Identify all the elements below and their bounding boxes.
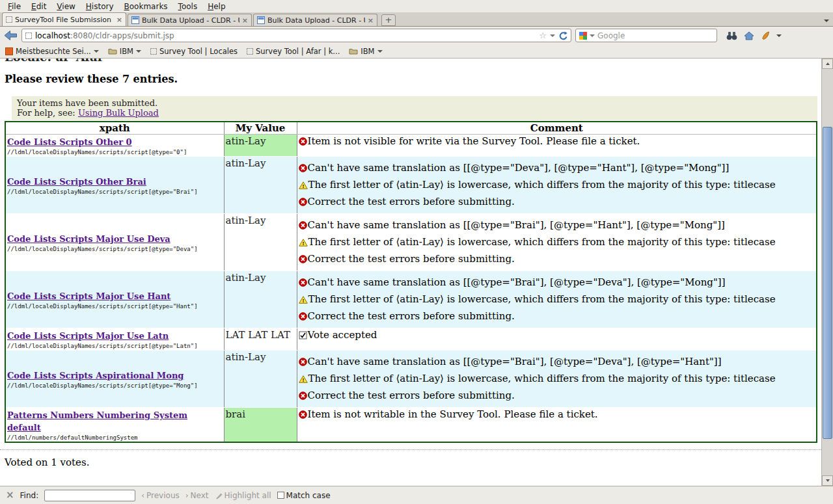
comment-line: !The first letter of ⟨atin-Lay⟩ is lower… — [299, 179, 817, 191]
star-dropdown-icon[interactable] — [550, 34, 555, 37]
google-logo-icon — [579, 32, 587, 40]
page-favicon-icon — [131, 16, 139, 24]
column-header: My Value — [224, 122, 297, 135]
tab-title: SurveyTool File Submission | ... — [15, 16, 114, 24]
browser-chrome: FileEditViewHistoryBookmarksToolsHelp Su… — [0, 0, 833, 59]
menu-help[interactable]: Help — [202, 1, 230, 12]
tab-close-icon[interactable]: × — [116, 16, 122, 23]
find-label: Find: — [20, 491, 39, 500]
toolbar-overflow-icon[interactable] — [776, 34, 782, 37]
error-icon — [299, 410, 307, 419]
match-case-toggle[interactable]: Match case — [277, 491, 331, 500]
xpath-path: //ldml/localeDisplayNames/scripts/script… — [7, 343, 223, 349]
tab[interactable]: Bulk Data Upload - CLDR - Un...× — [128, 14, 252, 26]
bookmark-label: Survey Tool | Locales — [159, 47, 238, 56]
reload-icon[interactable] — [558, 31, 567, 40]
find-previous-button[interactable]: ‹Previous — [141, 491, 180, 500]
tab[interactable]: SurveyTool File Submission | ...× — [2, 12, 126, 26]
xpath-link[interactable]: Code Lists Scripts Other 0 — [7, 137, 132, 147]
comment-text: Correct the test errors before submittin… — [308, 390, 515, 401]
xpath-link[interactable]: Code Lists Scripts Major Use Hant — [7, 291, 171, 301]
tab-close-icon[interactable]: × — [368, 17, 374, 24]
error-icon — [299, 137, 307, 146]
comment-text: Can't have same translation as [[@type="… — [308, 277, 726, 288]
favicon-placeholder-icon — [247, 48, 253, 55]
error-icon — [299, 198, 307, 206]
favicon-placeholder-icon — [6, 16, 12, 23]
scroll-up-icon[interactable] — [822, 59, 833, 69]
comment-line: Can't have same translation as [[@type="… — [299, 356, 817, 367]
value-cell: atin-Lay — [224, 214, 297, 271]
table-row: Code Lists Scripts Major Use Hant//ldml/… — [5, 271, 817, 328]
comment-text: The first letter of ⟨atin-Lay⟩ is lowerc… — [308, 294, 776, 305]
most-visited-icon — [5, 47, 13, 55]
comment-cell: Item is not visible for write via the Su… — [297, 135, 817, 157]
comment-cell: Can't have same translation as [[@type="… — [297, 271, 817, 328]
bookmark-item[interactable]: IBM — [108, 47, 141, 56]
comment-line: !The first letter of ⟨atin-Lay⟩ is lower… — [299, 294, 817, 305]
search-engine-dropdown-icon[interactable] — [590, 34, 595, 37]
menu-edit[interactable]: Edit — [26, 1, 51, 12]
bookmark-dropdown-icon — [136, 50, 141, 53]
back-button[interactable] — [4, 29, 18, 42]
warning-icon: ! — [299, 181, 308, 189]
page-favicon-icon — [257, 16, 265, 24]
bulk-upload-help-link[interactable]: Using Bulk Upload — [78, 108, 159, 118]
quill-icon[interactable] — [761, 31, 770, 40]
vertical-scrollbar[interactable] — [821, 59, 833, 486]
xpath-cell: Code Lists Scripts Major Use Deva//ldml/… — [5, 214, 224, 271]
new-tab-button[interactable]: + — [381, 14, 396, 26]
find-binoculars-icon[interactable] — [726, 31, 737, 40]
table-body: Code Lists Scripts Other 0//ldml/localeD… — [5, 135, 817, 443]
table-row: Patterns Numbers Numbering System defaul… — [5, 408, 817, 443]
xpath-link[interactable]: Code Lists Scripts Aspirational Mong — [7, 371, 184, 380]
xpath-link[interactable]: Patterns Numbers Numbering System defaul… — [7, 410, 187, 432]
comment-text: Correct the test errors before submittin… — [308, 196, 515, 207]
xpath-link[interactable]: Code Lists Scripts Other Brai — [7, 177, 146, 187]
xpath-cell: Patterns Numbers Numbering System defaul… — [5, 408, 224, 443]
menu-tools[interactable]: Tools — [173, 1, 203, 12]
bookmark-star-icon[interactable]: ☆ — [539, 31, 547, 40]
menu-bookmarks[interactable]: Bookmarks — [119, 1, 173, 12]
find-bar: × Find: ‹Previous ›Next Highlight all Ma… — [0, 486, 833, 504]
xpath-cell: Code Lists Scripts Major Use Latn//ldml/… — [5, 328, 224, 351]
comment-text: The first letter of ⟨atin-Lay⟩ is lowerc… — [308, 373, 776, 384]
column-header: xpath — [5, 122, 224, 135]
submission-notice: Your items have been submitted. For help… — [12, 96, 817, 120]
match-case-checkbox[interactable] — [277, 492, 284, 499]
comment-line: Vote accepted — [299, 330, 817, 341]
table-row: Code Lists Scripts Aspirational Mong//ld… — [5, 351, 817, 408]
bookmark-item[interactable]: Survey Tool | Afar | k... — [247, 47, 340, 56]
comment-line: !The first letter of ⟨atin-Lay⟩ is lower… — [299, 237, 817, 248]
search-box[interactable]: Google — [575, 29, 717, 42]
scroll-down-icon[interactable] — [822, 475, 833, 486]
list-all-tabs-icon[interactable] — [824, 20, 829, 22]
value-cell: atin-Lay — [224, 157, 297, 214]
svg-text:!: ! — [302, 377, 305, 383]
scrollbar-thumb[interactable] — [823, 127, 832, 439]
menu-view[interactable]: View — [51, 1, 80, 12]
comment-line: Correct the test errors before submittin… — [299, 254, 817, 265]
menu-history[interactable]: History — [81, 1, 119, 12]
home-icon[interactable] — [744, 31, 754, 40]
bookmark-item[interactable]: Survey Tool | Locales — [150, 47, 238, 56]
xpath-link[interactable]: Code Lists Scripts Major Use Deva — [7, 234, 171, 244]
tab-strip: SurveyTool File Submission | ...×Bulk Da… — [0, 12, 833, 27]
xpath-cell: Code Lists Scripts Major Use Hant//ldml/… — [5, 271, 224, 328]
findbar-close-icon[interactable]: × — [6, 490, 14, 500]
bookmark-item[interactable]: IBM — [349, 47, 382, 56]
highlight-all-button[interactable]: Highlight all — [215, 491, 271, 500]
xpath-link[interactable]: Code Lists Scripts Major Use Latn — [7, 331, 169, 341]
navigation-bar: localhost:8080/cldr-apps/submit.jsp ☆ Go… — [0, 27, 833, 44]
tab-close-icon[interactable]: × — [242, 17, 248, 24]
address-bar[interactable]: localhost:8080/cldr-apps/submit.jsp ☆ — [21, 29, 571, 42]
menu-file[interactable]: File — [3, 1, 26, 12]
tab[interactable]: Bulk Data Upload - CLDR - Un...× — [253, 14, 377, 26]
error-icon — [299, 358, 307, 366]
bookmark-item[interactable]: Meistbesuchte Sei... — [5, 47, 99, 56]
find-input[interactable] — [44, 490, 135, 501]
svg-text:!: ! — [302, 297, 305, 304]
favicon-placeholder-icon — [25, 33, 32, 39]
find-next-button[interactable]: ›Next — [185, 491, 209, 500]
xpath-path: //ldml/localeDisplayNames/scripts/script… — [7, 382, 223, 389]
